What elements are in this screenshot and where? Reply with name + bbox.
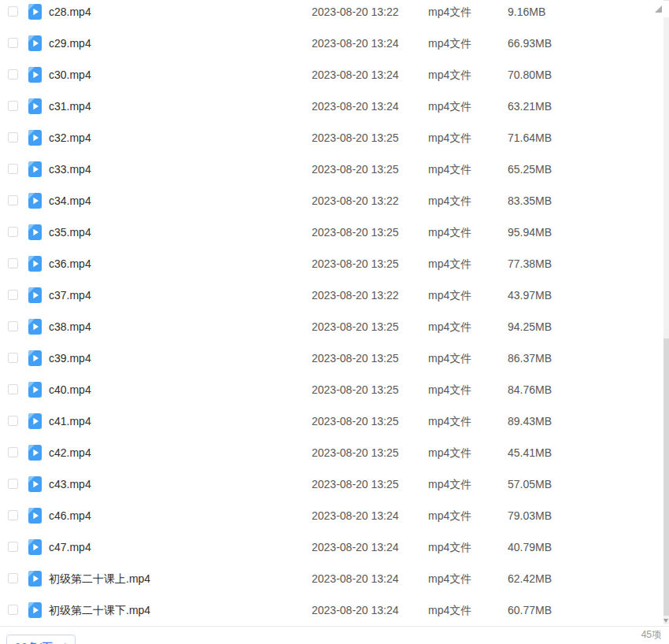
file-modified-date: 2023-08-20 13:25 [312,437,399,468]
row-checkbox[interactable] [8,290,18,300]
row-checkbox[interactable] [8,573,18,583]
row-checkbox[interactable] [8,479,18,489]
file-size: 65.25MB [508,154,552,185]
video-file-icon [28,382,42,398]
video-file-icon [28,98,42,114]
file-type: mp4文件 [428,185,471,217]
row-checkbox[interactable] [8,195,18,205]
file-modified-date: 2023-08-20 13:25 [312,311,399,342]
row-checkbox[interactable] [8,416,18,426]
row-checkbox[interactable] [8,447,18,457]
file-modified-date: 2023-08-20 13:24 [312,563,399,594]
file-modified-date: 2023-08-20 13:22 [312,279,399,311]
row-checkbox[interactable] [8,605,18,615]
file-name[interactable]: c40.mp4 [49,374,91,405]
file-row[interactable]: 初级第二十课上.mp4 2023-08-20 13:24 mp4文件 62.42… [0,563,663,594]
file-row[interactable]: c37.mp4 2023-08-20 13:22 mp4文件 43.97MB [0,279,663,311]
file-name[interactable]: c46.mp4 [49,500,91,531]
file-name[interactable]: c42.mp4 [49,437,91,468]
row-checkbox[interactable] [8,227,18,237]
row-checkbox[interactable] [8,164,18,174]
file-name[interactable]: c29.mp4 [49,28,91,59]
file-size: 94.25MB [508,311,552,342]
file-row[interactable]: c31.mp4 2023-08-20 13:24 mp4文件 63.21MB [0,91,663,122]
file-list: c28.mp4 2023-08-20 13:22 mp4文件 9.16MB c2… [0,0,663,626]
video-file-icon [28,539,42,555]
file-name[interactable]: c33.mp4 [49,154,91,185]
row-checkbox[interactable] [8,384,18,394]
video-file-icon [28,476,42,492]
file-size: 86.37MB [508,342,552,374]
file-row[interactable]: c30.mp4 2023-08-20 13:24 mp4文件 70.80MB [0,59,663,91]
file-modified-date: 2023-08-20 13:24 [312,28,399,59]
file-name[interactable]: c39.mp4 [49,342,91,374]
file-row[interactable]: c41.mp4 2023-08-20 13:25 mp4文件 89.43MB [0,405,663,437]
file-name[interactable]: c43.mp4 [49,468,91,500]
file-row[interactable]: 初级第二十课下.mp4 2023-08-20 13:24 mp4文件 60.77… [0,594,663,626]
file-size: 79.03MB [508,500,552,531]
file-name[interactable]: c47.mp4 [49,531,91,563]
file-type: mp4文件 [428,122,471,154]
file-type: mp4文件 [428,59,471,91]
page-size-selector[interactable]: 20条/页 ∧ [6,635,76,644]
video-file-icon [28,350,42,366]
file-name[interactable]: c28.mp4 [49,0,91,28]
row-checkbox[interactable] [8,353,18,363]
row-checkbox[interactable] [8,132,18,142]
file-name[interactable]: c38.mp4 [49,311,91,342]
file-name[interactable]: c37.mp4 [49,279,91,311]
file-row[interactable]: c28.mp4 2023-08-20 13:22 mp4文件 9.16MB [0,0,663,28]
scroll-grip-icon [655,6,662,13]
file-type: mp4文件 [428,594,471,626]
file-row[interactable]: c39.mp4 2023-08-20 13:25 mp4文件 86.37MB [0,342,663,374]
row-checkbox[interactable] [8,258,18,268]
file-row[interactable]: c29.mp4 2023-08-20 13:24 mp4文件 66.93MB [0,28,663,59]
video-file-icon [28,508,42,524]
file-row[interactable]: c35.mp4 2023-08-20 13:25 mp4文件 95.94MB [0,217,663,248]
file-name[interactable]: c41.mp4 [49,405,91,437]
file-size: 60.77MB [508,594,552,626]
file-type: mp4文件 [428,405,471,437]
file-modified-date: 2023-08-20 13:24 [312,531,399,563]
file-row[interactable]: c32.mp4 2023-08-20 13:25 mp4文件 71.64MB [0,122,663,154]
file-type: mp4文件 [428,531,471,563]
scrollbar-thumb[interactable] [663,339,669,616]
file-type: mp4文件 [428,468,471,500]
row-checkbox[interactable] [8,69,18,80]
file-name[interactable]: c36.mp4 [49,248,91,279]
file-type: mp4文件 [428,217,471,248]
file-row[interactable]: c42.mp4 2023-08-20 13:25 mp4文件 45.41MB [0,437,663,468]
video-file-icon [28,413,42,429]
file-size: 62.42MB [508,563,552,594]
file-name[interactable]: 初级第二十课下.mp4 [49,594,150,626]
row-checkbox[interactable] [8,321,18,331]
file-row[interactable]: c38.mp4 2023-08-20 13:25 mp4文件 94.25MB [0,311,663,342]
row-checkbox[interactable] [8,510,18,520]
file-row[interactable]: c34.mp4 2023-08-20 13:22 mp4文件 83.35MB [0,185,663,217]
file-name[interactable]: c35.mp4 [49,217,91,248]
file-size: 83.35MB [508,185,552,217]
file-row[interactable]: c46.mp4 2023-08-20 13:24 mp4文件 79.03MB [0,500,663,531]
file-name[interactable]: 初级第二十课上.mp4 [49,563,150,594]
row-checkbox[interactable] [8,542,18,552]
file-name[interactable]: c34.mp4 [49,185,91,217]
file-size: 70.80MB [508,59,552,91]
row-checkbox[interactable] [8,38,18,48]
file-row[interactable]: c47.mp4 2023-08-20 13:24 mp4文件 40.79MB [0,531,663,563]
file-modified-date: 2023-08-20 13:25 [312,122,399,154]
file-modified-date: 2023-08-20 13:25 [312,342,399,374]
chevron-down-icon[interactable] [663,619,668,623]
file-modified-date: 2023-08-20 13:25 [312,405,399,437]
file-row[interactable]: c40.mp4 2023-08-20 13:25 mp4文件 84.76MB [0,374,663,405]
file-name[interactable]: c32.mp4 [49,122,91,154]
row-checkbox[interactable] [8,6,18,17]
file-name[interactable]: c31.mp4 [49,91,91,122]
file-name[interactable]: c30.mp4 [49,59,91,91]
file-size: 77.38MB [508,248,552,279]
file-row[interactable]: c36.mp4 2023-08-20 13:25 mp4文件 77.38MB [0,248,663,279]
row-checkbox[interactable] [8,101,18,111]
file-type: mp4文件 [428,311,471,342]
file-size: 71.64MB [508,122,552,154]
file-row[interactable]: c43.mp4 2023-08-20 13:25 mp4文件 57.05MB [0,468,663,500]
file-row[interactable]: c33.mp4 2023-08-20 13:25 mp4文件 65.25MB [0,154,663,185]
